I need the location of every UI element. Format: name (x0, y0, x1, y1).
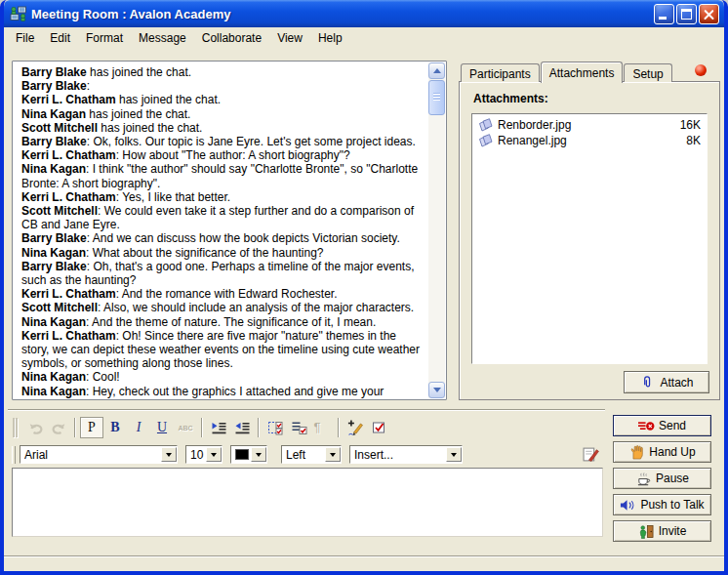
message-text: : What about the significance of the hau… (86, 246, 324, 260)
message-sender: Barry Blake (21, 260, 87, 273)
scroll-down-button[interactable] (428, 382, 445, 398)
chat-message: Barry Blake has joined the chat. (21, 65, 425, 79)
chat-message: Kerri L. Chatham has joined the chat. (21, 93, 425, 106)
toolbar-gripper[interactable] (13, 418, 20, 437)
tab-participants[interactable]: Participants (461, 63, 540, 82)
alignment-value: Left (286, 448, 325, 462)
invite-label: Invite (659, 524, 687, 538)
menu-format[interactable]: Format (78, 28, 131, 48)
app-icon (10, 6, 27, 21)
italic-button[interactable]: I (127, 417, 150, 438)
attachment-row[interactable]: Renborder.jpg16K (474, 117, 705, 133)
chat-message: Nina Kagan has joined the chat. (21, 107, 425, 121)
indent-button[interactable] (207, 417, 230, 438)
send-button[interactable]: Send (613, 415, 711, 436)
hand-up-button[interactable]: Hand Up (613, 441, 711, 463)
edit-note-icon[interactable] (583, 446, 599, 463)
message-text: : And we can discuss how the book depict… (87, 231, 400, 245)
attachments-list[interactable]: Renborder.jpg16KRenangel.jpg8K (471, 113, 708, 364)
toolbar-gripper[interactable] (12, 446, 16, 464)
menu-collaborate[interactable]: Collaborate (194, 28, 269, 48)
alignment-select[interactable]: Left (281, 445, 342, 464)
composer-divider (8, 409, 605, 411)
invite-button[interactable]: Invite (613, 520, 711, 542)
paragraph-check-button[interactable] (287, 417, 310, 438)
chat-message: Nina Kagan: What about the significance … (21, 246, 425, 260)
scrollbar-thumb[interactable] (428, 80, 445, 115)
recording-indicator-icon (695, 64, 707, 76)
titlebar[interactable]: Meeting Room : Avalon Academy (4, 0, 724, 27)
message-sender: Barry Blake (21, 231, 87, 245)
bold-button[interactable]: B (103, 417, 127, 438)
format-toolbar: PBIUABC¶ (12, 414, 603, 441)
paperclip-icon (639, 375, 656, 390)
chevron-down-icon[interactable] (161, 447, 177, 462)
toolbar-button-label: U (157, 421, 167, 434)
message-sender: Kerri L. Chatham (21, 190, 116, 204)
attach-button[interactable]: Attach (624, 371, 709, 393)
highlight-pen-button[interactable] (344, 417, 367, 438)
message-sender: Kerri L. Chatham (21, 329, 116, 343)
font-color-select[interactable] (230, 445, 267, 464)
window-title: Meeting Room : Avalon Academy (31, 7, 654, 21)
chat-message: Barry Blake: Ok, folks. Our topic is Jan… (21, 135, 425, 148)
attachment-row[interactable]: Renangel.jpg8K (474, 133, 705, 148)
menu-view[interactable]: View (269, 28, 310, 48)
attach-label: Attach (660, 376, 693, 390)
close-button[interactable] (699, 4, 719, 24)
minimize-button[interactable] (654, 4, 674, 24)
message-sender: Kerri L. Chatham (21, 93, 116, 106)
message-text: : And the romance with Edward Rochester. (116, 287, 338, 301)
speaker-icon (620, 498, 636, 513)
plain-style-button[interactable]: P (80, 417, 103, 438)
chevron-down-icon[interactable] (325, 447, 341, 462)
push-to-talk-label: Push to Talk (640, 498, 704, 512)
chat-message: Kerri L. Chatham: Oh! Since there are fi… (21, 329, 425, 371)
send-label: Send (659, 419, 686, 432)
push-to-talk-button[interactable]: Push to Talk (613, 494, 711, 515)
message-sender: Nina Kagan (21, 107, 86, 121)
insert-select[interactable]: Insert... (349, 445, 463, 464)
select-format-button[interactable] (263, 417, 287, 438)
font-size-select[interactable]: 10 (185, 445, 222, 464)
tab-setup[interactable]: Setup (624, 63, 671, 82)
message-sender: Kerri L. Chatham (21, 148, 116, 162)
chevron-down-icon[interactable] (251, 447, 266, 462)
menubar: File Edit Format Message Collaborate Vie… (4, 27, 724, 49)
menu-file[interactable]: File (8, 28, 42, 48)
chat-messages[interactable]: Barry Blake has joined the chat.Barry Bl… (13, 62, 429, 399)
message-sender: Nina Kagan (21, 315, 86, 329)
redo-button (47, 417, 70, 438)
message-text: : And the theme of nature. The significa… (86, 315, 376, 329)
message-text: has joined the chat. (87, 65, 191, 79)
chevron-down-icon[interactable] (446, 447, 462, 462)
chat-scrollbar[interactable] (428, 62, 445, 398)
font-family-select[interactable]: Arial (20, 445, 178, 464)
message-text: : How about "The author: A short biograp… (116, 148, 350, 162)
pause-button[interactable]: Pause (613, 468, 711, 489)
color-swatch (235, 449, 249, 460)
menu-message[interactable]: Message (131, 28, 194, 48)
message-text: has joined the chat. (116, 93, 221, 106)
attachments-tab-body: Attachments: Renborder.jpg16KRenangel.jp… (459, 81, 720, 400)
outdent-icon (234, 420, 251, 435)
spell-check-button[interactable] (367, 417, 390, 438)
message-sender: Nina Kagan (21, 162, 86, 176)
message-input[interactable] (12, 468, 603, 537)
message-text: : Yes, I like that better. (116, 190, 230, 204)
chat-message: Scott Mitchell: Also, we should include … (21, 301, 425, 314)
scroll-up-button[interactable] (428, 62, 445, 79)
menu-help[interactable]: Help (310, 28, 350, 48)
outdent-button[interactable] (230, 417, 254, 438)
menu-edit[interactable]: Edit (42, 28, 78, 48)
tab-attachments[interactable]: Attachments (541, 62, 624, 83)
maximize-button[interactable] (676, 4, 697, 24)
message-text: has joined the chat. (86, 107, 190, 121)
meeting-room-window: Meeting Room : Avalon Academy File Edit … (0, 0, 728, 575)
pause-label: Pause (656, 472, 689, 485)
bottom-divider (4, 555, 724, 557)
chevron-down-icon[interactable] (206, 447, 222, 462)
arrow-down-icon (433, 388, 441, 396)
underline-button[interactable]: U (150, 417, 174, 438)
footnote-icon: ¶ (314, 420, 331, 435)
